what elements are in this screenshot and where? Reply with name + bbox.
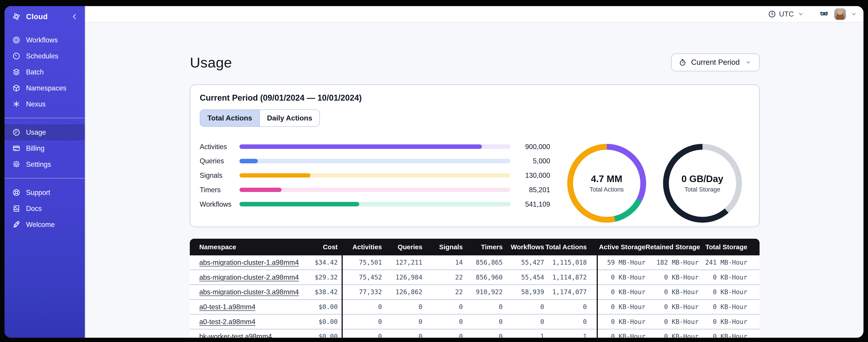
- value-cell: 1,174,077: [544, 288, 597, 296]
- namespace-link[interactable]: abs-migration-cluster-3.a98mm4: [199, 288, 299, 296]
- tab-total-actions[interactable]: Total Actions: [200, 110, 259, 127]
- bar-value: 5,000: [514, 157, 550, 165]
- timezone-dropdown[interactable]: UTC: [768, 10, 805, 18]
- value-cell: 0 KB-Hour: [597, 288, 646, 296]
- main-column: UTC Usage Current Period: [85, 6, 864, 338]
- value-cell: 0 KB-Hour: [597, 274, 646, 281]
- value-cell: 0 KB-Hour: [646, 318, 699, 326]
- value-cell: 59 MB-Hour: [597, 259, 646, 266]
- column-header-total-storage: Total Storage: [699, 243, 760, 251]
- value-cell: 0 KB-Hour: [597, 303, 646, 311]
- column-header-total-actions: Total Actions: [544, 243, 597, 251]
- column-header-cost: Cost: [307, 243, 342, 251]
- value-cell: 55,427: [503, 259, 544, 266]
- bar-label: Activities: [200, 143, 240, 151]
- sidebar-item-workflows[interactable]: Workflows: [4, 32, 85, 48]
- nexus-icon: [12, 100, 21, 108]
- app-window: Cloud WorkflowsSchedulesBatchNamespacesN…: [4, 6, 864, 338]
- value-cell: $29.32: [307, 274, 342, 281]
- user-menu-chevron-icon[interactable]: [850, 11, 858, 17]
- value-cell: 75,501: [342, 259, 382, 266]
- table-row: abs-migration-cluster-1.a98mm4$34.4275,5…: [190, 255, 759, 270]
- namespace-link[interactable]: abs-migration-cluster-1.a98mm4: [199, 259, 299, 266]
- sidebar-item-settings[interactable]: Settings: [4, 156, 85, 172]
- sidebar-item-usage[interactable]: Usage: [4, 124, 85, 140]
- column-header-active-storage: Active Storage: [597, 243, 646, 251]
- value-cell: $0.00: [307, 303, 342, 311]
- total-actions-label: Total Actions: [589, 186, 624, 193]
- namespace-link[interactable]: abs-migration-cluster-2.a98mm4: [199, 273, 299, 281]
- period-selector-button[interactable]: Current Period: [671, 54, 759, 71]
- value-cell: 0: [463, 333, 502, 338]
- sidebar-collapse-button[interactable]: [70, 12, 79, 21]
- namespace-link[interactable]: bk-worker-test.a98mm4: [199, 333, 272, 338]
- batch-icon: [12, 68, 21, 76]
- sidebar-item-support[interactable]: Support: [4, 184, 85, 201]
- value-cell: 856,865: [463, 259, 502, 266]
- column-header-retained-storage: Retained Storage: [646, 243, 699, 251]
- table-row: a0-test-1.a98mm4$0.000000000 KB-Hour0 KB…: [190, 299, 759, 314]
- sidebar-divider: [4, 118, 85, 118]
- value-cell: 0 KB-Hour: [699, 318, 760, 326]
- table-body: abs-migration-cluster-1.a98mm4$34.4275,5…: [190, 255, 759, 338]
- glasses-icon[interactable]: [820, 9, 828, 19]
- sidebar-help-nav: SupportDocsWelcome: [4, 184, 85, 233]
- sidebar-item-billing[interactable]: Billing: [4, 140, 85, 156]
- sidebar-item-schedules[interactable]: Schedules: [4, 48, 85, 64]
- value-cell: 1: [544, 333, 597, 338]
- value-cell: $34.42: [307, 259, 342, 266]
- value-cell: 75,452: [342, 274, 382, 281]
- value-cell: 0: [503, 303, 544, 311]
- namespaces-icon: [12, 84, 21, 92]
- sidebar-item-docs[interactable]: Docs: [4, 201, 85, 216]
- value-cell: 0: [342, 303, 382, 311]
- bar-row-timers: Timers85,201: [200, 183, 560, 197]
- sidebar-item-nexus[interactable]: Nexus: [4, 96, 85, 112]
- period-selector-label: Current Period: [691, 58, 740, 67]
- value-cell: 0 KB-Hour: [646, 303, 699, 311]
- user-avatar[interactable]: [834, 8, 846, 20]
- bar-fill: [240, 188, 281, 192]
- namespace-cell: abs-migration-cluster-1.a98mm4: [190, 259, 307, 266]
- table-row: a0-test-2.a98mm4$0.000000000 KB-Hour0 KB…: [190, 314, 759, 329]
- tab-daily-actions[interactable]: Daily Actions: [259, 110, 319, 127]
- column-header-activities: Activities: [342, 243, 382, 251]
- namespace-link[interactable]: a0-test-2.a98mm4: [199, 318, 255, 326]
- namespace-cell: bk-worker-test.a98mm4: [190, 333, 307, 338]
- bar-label: Queries: [200, 157, 240, 165]
- sidebar-item-batch[interactable]: Batch: [4, 64, 85, 80]
- column-header-workflows: Workflows: [503, 243, 544, 251]
- stopwatch-icon: [678, 58, 687, 67]
- table-row: abs-migration-cluster-3.a98mm4$38.4277,3…: [190, 284, 759, 299]
- total-actions-value: 4.7 MM: [591, 173, 622, 184]
- bar-track: [240, 188, 510, 192]
- value-cell: 55,454: [503, 274, 544, 281]
- app-name: Cloud: [26, 12, 48, 21]
- cloud-logo-icon: [12, 12, 21, 21]
- sidebar-item-label: Workflows: [26, 36, 58, 44]
- value-cell: 58,939: [503, 288, 544, 296]
- bar-row-signals: Signals130,000: [200, 168, 560, 183]
- value-cell: 0: [342, 318, 382, 326]
- value-cell: 0: [544, 318, 597, 326]
- bar-fill: [240, 173, 310, 178]
- welcome-icon: [12, 220, 21, 229]
- usage-bar-chart: Activities900,000Queries5,000Signals130,…: [200, 139, 560, 211]
- sidebar-item-label: Billing: [26, 144, 44, 152]
- namespace-link[interactable]: a0-test-1.a98mm4: [199, 303, 255, 311]
- sidebar-item-namespaces[interactable]: Namespaces: [4, 80, 85, 96]
- value-cell: 0: [382, 318, 423, 326]
- bar-value: 900,000: [514, 143, 550, 151]
- sidebar-primary-nav: WorkflowsSchedulesBatchNamespacesNexus: [4, 32, 85, 112]
- sidebar-item-welcome[interactable]: Welcome: [4, 216, 85, 233]
- total-actions-donut: 4.7 MM Total Actions: [567, 143, 647, 223]
- bar-fill: [240, 202, 359, 206]
- total-storage-label: Total Storage: [685, 186, 720, 193]
- sidebar-logo-row: Cloud: [4, 9, 85, 24]
- value-cell: 0 KB-Hour: [646, 288, 699, 296]
- value-cell: 241 MB-Hour: [699, 259, 760, 266]
- value-cell: 1: [503, 333, 544, 338]
- value-cell: 0: [544, 303, 597, 311]
- value-cell: 0 KB-Hour: [699, 288, 760, 296]
- value-cell: 1,114,872: [544, 274, 597, 281]
